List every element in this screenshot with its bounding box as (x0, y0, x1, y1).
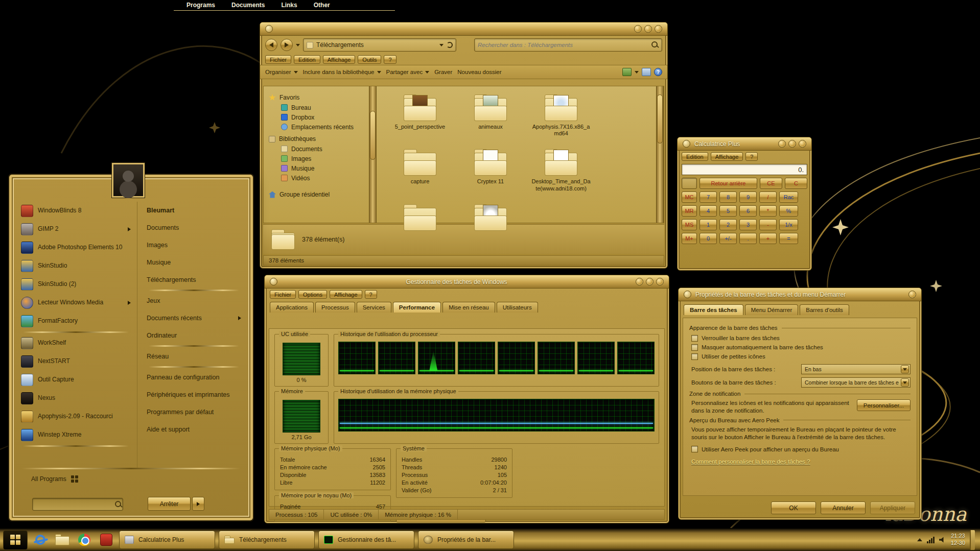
key-6[interactable]: 6 (739, 205, 757, 217)
files-scrollbar[interactable] (656, 86, 664, 223)
file-item[interactable]: 5_point_perspective (390, 94, 450, 137)
refresh-icon[interactable] (447, 42, 453, 48)
show-desktop-button[interactable] (970, 530, 975, 550)
back-button[interactable] (265, 39, 277, 51)
minimize-button[interactable] (634, 25, 642, 33)
start-item-winstep-xtreme[interactable]: Winstep Xtreme (19, 426, 133, 444)
explorer-quicklaunch-button[interactable] (53, 531, 72, 549)
sevenzip-button[interactable] (97, 531, 115, 549)
checkbox-icon[interactable] (691, 353, 698, 360)
menu-affichage[interactable]: Affichage (323, 55, 356, 64)
internet-explorer-button[interactable] (31, 531, 50, 549)
menu-edition[interactable]: Edition (294, 55, 320, 64)
key-8[interactable]: 8 (719, 191, 737, 203)
taskbar-position-select[interactable]: En bas (801, 364, 911, 374)
customize-taskbar-help-link[interactable]: Comment personnaliser la barre des tâche… (691, 459, 810, 465)
sidebar-item-recent[interactable]: Emplacements récents (269, 122, 367, 132)
menu-fichier[interactable]: Fichier (265, 55, 291, 64)
user-avatar[interactable] (112, 163, 145, 198)
key-0[interactable]: 0 (699, 233, 717, 244)
backspace-key[interactable]: Retour arrière (699, 178, 757, 189)
homegroup-header[interactable]: Groupe résidentiel (269, 191, 367, 198)
shutdown-button[interactable]: Arrêter (148, 497, 191, 511)
sidebar-item-musique[interactable]: Musique (269, 163, 367, 173)
dialog-titlebar[interactable]: Propriétés de la barre des tâches et du … (679, 288, 921, 301)
all-programs-button[interactable]: All Programs (19, 473, 243, 485)
change-view-icon[interactable] (622, 68, 632, 76)
key-mc[interactable]: MC (682, 191, 697, 203)
include-in-library-button[interactable]: Inclure dans la bibliothèque (303, 69, 381, 75)
tab-utilisateurs[interactable]: Utilisateurs (497, 302, 538, 313)
close-button[interactable] (656, 278, 664, 285)
menu-help[interactable]: ? (745, 152, 758, 161)
libraries-header[interactable]: Bibliothèques (269, 135, 367, 142)
start-item-windowblinds[interactable]: WindowBlinds 8 (19, 202, 133, 220)
key-equals[interactable]: = (779, 233, 798, 244)
key-add[interactable]: + (759, 233, 777, 244)
menu-affichage[interactable]: Affichage (330, 290, 362, 299)
start-search-input[interactable] (36, 501, 115, 508)
new-folder-button[interactable]: Nouveau dossier (457, 69, 501, 75)
scrollbar-thumb[interactable] (657, 94, 663, 143)
burn-button[interactable]: Graver (434, 69, 452, 75)
sidebar-item-bureau[interactable]: Bureau (269, 103, 367, 112)
start-item-skinstudio[interactable]: SkinStudio (19, 257, 133, 275)
start-search-box[interactable] (32, 498, 123, 511)
key-2[interactable]: 2 (719, 219, 737, 230)
start-item-workshelf[interactable]: WorkShelf (19, 334, 133, 352)
tab-processus[interactable]: Processus (315, 302, 355, 313)
dock-item-other[interactable]: Other (309, 0, 335, 10)
tab-performance[interactable]: Performance (393, 302, 441, 313)
taskbar-button-calculator[interactable]: Calculatrice Plus (119, 531, 215, 549)
close-button[interactable] (799, 140, 806, 148)
lock-taskbar-checkbox-row[interactable]: Verrouiller la barre des tâches (689, 333, 911, 343)
dropdown-button[interactable] (901, 365, 909, 373)
organize-button[interactable]: Organiser (265, 69, 298, 75)
key-mplus[interactable]: M+ (682, 233, 697, 244)
key-mr[interactable]: MR (682, 205, 697, 217)
taskbar-button-properties[interactable]: Propriétés de la bar... (418, 531, 514, 549)
shutdown-options-button[interactable] (192, 497, 204, 511)
nav-history-icon[interactable] (296, 44, 300, 46)
start-item-nexus[interactable]: Nexus (19, 389, 133, 408)
ok-button[interactable]: OK (771, 501, 816, 514)
menu-fichier[interactable]: Fichier (270, 290, 296, 299)
sidebar-scrollbar[interactable] (369, 86, 377, 223)
minimize-button[interactable] (636, 278, 643, 285)
dock-item-documents[interactable]: Documents (226, 0, 270, 10)
key-9[interactable]: 9 (739, 191, 757, 203)
explorer-titlebar[interactable] (260, 22, 667, 36)
dock-item-programs[interactable]: Programs (181, 0, 220, 10)
file-item[interactable]: capture (390, 149, 450, 191)
start-item-telechargements[interactable]: Téléchargements (145, 271, 243, 289)
key-sqrt[interactable]: Rac (779, 191, 798, 203)
dock-item-links[interactable]: Links (276, 0, 302, 10)
key-percent[interactable]: % (779, 205, 798, 217)
start-item-formatfactory[interactable]: FormatFactory (19, 312, 133, 330)
tab-barre-des-taches[interactable]: Barre des tâches (684, 304, 743, 315)
sidebar-item-images[interactable]: Images (269, 154, 367, 163)
key-subtract[interactable]: - (759, 219, 777, 230)
menu-affichage[interactable]: Affichage (711, 152, 743, 161)
start-button[interactable] (3, 530, 28, 550)
checkbox-icon[interactable] (691, 344, 698, 351)
start-item-ordinateur[interactable]: Ordinateur (145, 327, 243, 344)
checkbox-icon[interactable] (691, 335, 698, 342)
tab-menu-demarrer[interactable]: Menu Démarrer (745, 304, 799, 315)
tab-barres-outils[interactable]: Barres d'outils (800, 304, 849, 315)
task-manager-titlebar[interactable]: Gestionnaire des tâches de Windows (265, 275, 669, 289)
start-item-photoshop-elements[interactable]: Adobe Photoshop Elements 10 (19, 238, 133, 257)
volume-icon[interactable] (939, 537, 946, 543)
start-item-musique[interactable]: Musique (145, 254, 243, 271)
start-item-windows-media-player[interactable]: Lecteur Windows Media (19, 294, 133, 312)
start-item-jeux[interactable]: Jeux (145, 292, 243, 309)
tray-clock[interactable]: 21:23 12-30 (951, 533, 965, 547)
help-icon[interactable] (654, 68, 662, 76)
autohide-taskbar-checkbox-row[interactable]: Masquer automatiquement la barre des tâc… (689, 343, 911, 352)
scrollbar-thumb[interactable] (370, 111, 376, 160)
sidebar-item-videos[interactable]: Vidéos (269, 173, 367, 183)
start-item-panneau-configuration[interactable]: Panneau de configuration (145, 369, 243, 386)
maximize-button[interactable] (788, 140, 796, 148)
dropdown-button[interactable] (901, 378, 909, 387)
close-button[interactable] (908, 291, 916, 298)
